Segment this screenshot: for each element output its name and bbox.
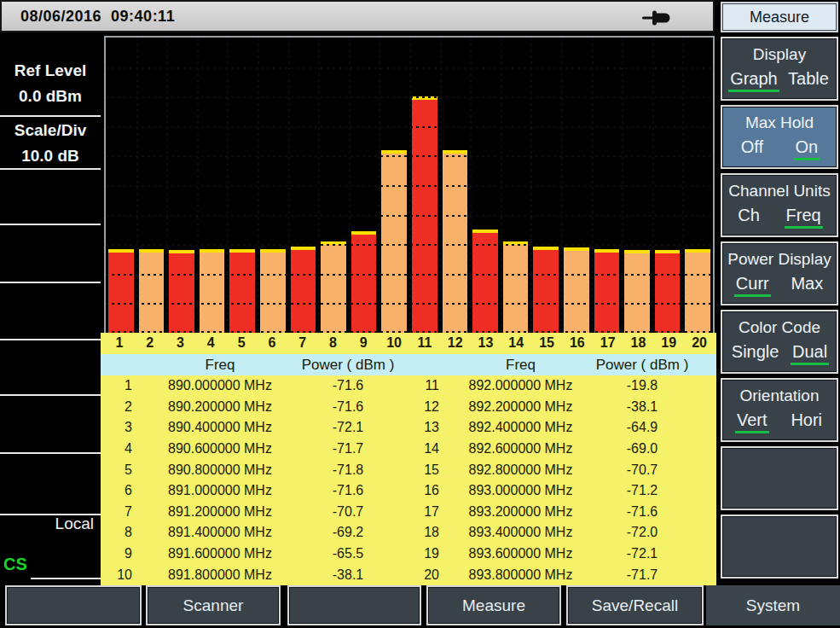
softkey-power-display[interactable]: Power DisplayCurrMax bbox=[721, 241, 838, 305]
bottom-button-system[interactable]: System bbox=[706, 585, 840, 625]
table-cell: 12 bbox=[395, 397, 446, 418]
softkey-option-off[interactable]: Off bbox=[739, 137, 765, 160]
softkey-option-graph[interactable]: Graph bbox=[728, 69, 779, 92]
bar-ch-10 bbox=[381, 150, 407, 333]
gridline-overlay bbox=[106, 67, 713, 69]
table-cell: -69.2 bbox=[301, 522, 395, 544]
table-cell: 893.600000 MHz bbox=[446, 544, 595, 565]
channel-number: 19 bbox=[653, 333, 684, 354]
channel-number: 14 bbox=[501, 333, 531, 354]
softkey-option-curr[interactable]: Curr bbox=[734, 274, 771, 297]
table-cell: -38.1 bbox=[595, 397, 689, 418]
status-indicator: CS bbox=[3, 555, 27, 574]
softkey-color-code[interactable]: Color CodeSingleDual bbox=[721, 310, 838, 374]
softkey-channel-units[interactable]: Channel UnitsChFreq bbox=[721, 173, 838, 237]
gridline-overlay bbox=[106, 155, 713, 157]
softkey-title: Max Hold bbox=[725, 113, 834, 132]
softkey-max-hold[interactable]: Max HoldOffOn bbox=[721, 105, 838, 169]
gridline-overlay bbox=[106, 274, 713, 276]
table-row: 1890.000000 MHz-71.611892.000000 MHz-19.… bbox=[101, 375, 716, 397]
table-cell: 20 bbox=[395, 564, 446, 585]
table-cell bbox=[689, 544, 716, 565]
panel-separator bbox=[0, 394, 101, 396]
table-row: 5890.800000 MHz-71.815892.800000 MHz-70.… bbox=[101, 459, 716, 480]
gridline-overlay bbox=[106, 303, 713, 305]
channel-number: 10 bbox=[379, 333, 409, 354]
ref-level-value: 0.0 dBm bbox=[0, 85, 101, 108]
channel-number: 16 bbox=[562, 333, 593, 354]
titlebar: 08/06/2016 09:40:11 bbox=[0, 0, 715, 32]
softkey-option-dual[interactable]: Dual bbox=[791, 342, 829, 365]
table-cell: -70.7 bbox=[595, 459, 689, 480]
table-cell: -71.6 bbox=[301, 375, 395, 397]
ac-plug-icon bbox=[641, 9, 675, 27]
softkey-options: OffOn bbox=[725, 137, 834, 160]
table-cell bbox=[689, 459, 716, 480]
table-cell bbox=[689, 522, 716, 544]
channel-number: 8 bbox=[318, 333, 349, 354]
channel-number: 7 bbox=[287, 333, 318, 354]
bottom-button-save-recall[interactable]: Save/Recall bbox=[566, 585, 704, 625]
table-cell: 8 bbox=[101, 522, 139, 544]
table-cell: 891.800000 MHz bbox=[139, 564, 301, 585]
table-cell: -71.2 bbox=[595, 480, 689, 502]
table-cell: 891.400000 MHz bbox=[139, 522, 301, 544]
bar-chart-plot bbox=[104, 36, 715, 333]
table-cell: -71.7 bbox=[595, 564, 689, 585]
table-cell: 10 bbox=[101, 564, 139, 585]
gridline-overlay bbox=[106, 126, 713, 128]
panel-separator bbox=[0, 282, 101, 283]
table-cell: -71.6 bbox=[301, 480, 395, 502]
status-separator bbox=[31, 578, 101, 579]
softkey-option-on[interactable]: On bbox=[794, 137, 820, 160]
channel-number: 9 bbox=[348, 333, 379, 354]
softkey-title: Display bbox=[725, 45, 834, 64]
table-row: 3890.400000 MHz-72.113892.400000 MHz-64.… bbox=[101, 417, 716, 439]
channel-number: 4 bbox=[195, 333, 226, 354]
table-row: 8891.400000 MHz-69.218893.400000 MHz-72.… bbox=[101, 522, 716, 544]
table-row: 2890.200000 MHz-71.612892.200000 MHz-38.… bbox=[101, 397, 716, 418]
softkey-option-vert[interactable]: Vert bbox=[735, 410, 769, 433]
ref-level-label: Ref Level bbox=[0, 60, 101, 82]
table-row: 4890.600000 MHz-71.714892.600000 MHz-69.… bbox=[101, 439, 716, 460]
bar-ch-20 bbox=[685, 249, 710, 333]
table-row: 6891.000000 MHz-71.616893.000000 MHz-71.… bbox=[101, 480, 716, 502]
gridline-overlay bbox=[106, 96, 713, 98]
table-cell: 2 bbox=[101, 397, 139, 418]
table-cell: 891.600000 MHz bbox=[139, 544, 301, 565]
softkey-option-table[interactable]: Table bbox=[786, 69, 831, 92]
softkey-orientation[interactable]: OrientationVertHori bbox=[721, 378, 838, 442]
gridline-overlay bbox=[106, 185, 713, 187]
softkey-option-single[interactable]: Single bbox=[730, 342, 781, 365]
bar-ch-18 bbox=[624, 250, 650, 333]
bottom-button-blank-0[interactable] bbox=[5, 585, 142, 625]
table-cell: 892.600000 MHz bbox=[446, 439, 595, 460]
table-cell: -71.6 bbox=[301, 397, 395, 418]
active-menu-title: Measure bbox=[721, 2, 838, 32]
softkey-blank-6[interactable] bbox=[721, 446, 838, 510]
channel-table-panel: 1234567891011121314151617181920 FreqPowe… bbox=[101, 333, 716, 585]
channel-axis: 1234567891011121314151617181920 bbox=[104, 333, 715, 354]
softkey-display[interactable]: DisplayGraphTable bbox=[721, 37, 838, 101]
bottom-button-blank-2[interactable] bbox=[287, 585, 421, 625]
bottom-button-scanner[interactable]: Scanner bbox=[146, 585, 281, 625]
table-header-cell bbox=[689, 354, 716, 375]
softkey-blank-7[interactable] bbox=[721, 515, 838, 579]
table-cell: 1 bbox=[101, 375, 139, 397]
channel-number: 5 bbox=[226, 333, 257, 354]
softkey-option-freq[interactable]: Freq bbox=[785, 206, 823, 229]
left-parameter-panel: Ref Level 0.0 dBm Scale/Div 10.0 dB Loca… bbox=[0, 32, 101, 584]
bar-ch-4 bbox=[200, 249, 225, 333]
bottom-button-measure[interactable]: Measure bbox=[426, 585, 561, 625]
table-cell bbox=[689, 502, 716, 523]
channel-number: 17 bbox=[593, 333, 623, 354]
softkey-title: Orientation bbox=[725, 387, 834, 405]
table-cell: 6 bbox=[101, 480, 139, 502]
table-cell: 7 bbox=[101, 502, 139, 523]
softkey-option-max[interactable]: Max bbox=[789, 274, 825, 297]
bar-ch-19 bbox=[655, 250, 681, 333]
softkey-option-ch[interactable]: Ch bbox=[736, 206, 762, 229]
softkey-title: Channel Units bbox=[725, 182, 834, 201]
bar-ch-12 bbox=[443, 150, 468, 333]
softkey-option-hori[interactable]: Hori bbox=[789, 410, 824, 433]
